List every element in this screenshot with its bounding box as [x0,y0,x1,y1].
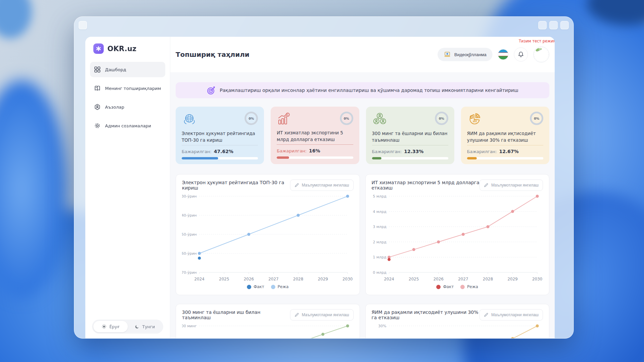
desktop-background: OKR.uz Дашборд [0,0,644,362]
chart-row-top: Электрон ҳукумат рейтингида ТОП-30 га ки… [176,174,549,295]
kpi-card-youth-employment[interactable]: 0% 300 минг та ёшларни иш билан таъминла… [366,107,454,164]
completed-value: 12.67% [499,149,519,154]
header-controls: Видеоқўлланма [438,46,549,63]
window-close-button[interactable] [560,21,569,29]
svg-text:2028: 2028 [293,277,303,281]
bell-icon [518,51,524,58]
progress-fill [182,157,218,159]
svg-text:2027: 2027 [458,277,468,281]
theme-dark-label: Тунги [142,324,155,329]
pencil-icon [484,183,488,188]
kpi-title: ИТ хизматлар экспортини 5 млрд долларга … [277,130,353,143]
svg-text:50-ўрин: 50-ўрин [182,232,197,237]
app-logo-text: OKR.uz [107,45,136,53]
svg-text:70-ўрин: 70-ўрин [182,270,197,275]
uzbekistan-flag-icon[interactable] [498,49,509,60]
kpi-progress-ring: 0% [340,112,353,125]
svg-text:300 минг: 300 минг [182,324,197,328]
update-data-button[interactable]: Маълумотларни янгилаш [479,309,543,321]
progress-track [277,156,353,159]
chart-card-digital-economy: ЯИМ да рақамли иқтисодиёт улушини 30% га… [365,304,550,338]
svg-text:$: $ [471,116,472,119]
chart-card-youth-employment: 300 минг та ёшларни иш билан таъминлаш М… [176,304,360,338]
sidebar-item-admin-settings[interactable]: Админ созламалари [90,118,165,133]
legend-dot [271,285,275,289]
sidebar-item-dashboard[interactable]: Дашборд [90,62,165,77]
completed-label: Бажарилган: [182,149,211,154]
svg-text:4 млрд: 4 млрд [373,210,386,214]
completed-label: Бажарилган: [277,148,306,153]
theme-toggle: Ёруғ Тунги [92,320,163,334]
window-maximize-button[interactable] [549,21,558,29]
notifications-button[interactable] [514,47,528,62]
background-shape [0,0,32,38]
svg-text:2030: 2030 [343,277,353,281]
divider [182,145,258,145]
progress-fill [467,157,477,159]
sidebar-item-label: Менинг топшириқларим [105,86,161,91]
dashboard-content: Рақамлаштириш орқали инсонлар ҳаётини ен… [170,72,555,338]
dart-target-icon [207,86,216,95]
window-menu-button[interactable] [79,21,87,29]
it-export-chart: 5 млрд4 млрд3 млрд2 млрд1 млрд0 млрд2024… [372,193,543,284]
legend-dot [460,285,465,289]
youth-employment-chart: 300 минг2024202520262027202820292030 [182,323,353,338]
svg-text:5 млрд: 5 млрд [373,194,386,199]
sidebar-item-members[interactable]: Аъзолар [90,99,165,115]
svg-text:2025: 2025 [408,277,419,281]
chart-title: ИТ хизматлар экспортини 5 млрд долларга … [372,180,480,191]
moon-icon [134,324,140,329]
divider [277,144,353,145]
legend-dot [247,285,251,289]
chart-title: ЯИМ да рақамли иқтисодиёт улушини 30% га… [372,310,480,320]
app-logo[interactable]: OKR.uz [90,43,165,54]
laptop-video-icon [444,51,451,57]
svg-text:2024: 2024 [384,277,394,281]
mission-text: Рақамлаштириш орқали инсонлар ҳаётини ен… [220,88,518,93]
system-test-mode-banner: Тизим тест режими [519,39,555,43]
window-controls [538,21,569,29]
gear-icon [94,122,101,129]
kpi-title: 300 минг та ёшларни иш билан таъминлаш [372,130,448,143]
kpi-progress-ring: 0% [435,112,448,125]
pencil-icon [294,183,299,188]
update-data-button[interactable]: Маълумотларни янгилаш [290,309,354,321]
theme-dark-option[interactable]: Тунги [128,321,162,332]
svg-text:2027: 2027 [268,277,279,281]
people-group-icon [372,112,387,127]
svg-text:3 млрд: 3 млрд [373,225,386,229]
legend-item: Режа [271,284,289,289]
theme-light-option[interactable]: Ёруғ [93,321,128,332]
legend-item: Факт [436,284,454,289]
kpi-progress-ring: 0% [530,112,543,125]
svg-text:2 млрд: 2 млрд [373,240,386,244]
kpi-cards-row: 0% Электрон ҳукумат рейтингида ТОП-30 га… [176,107,549,164]
kpi-card-egov-rating[interactable]: 0% Электрон ҳукумат рейтингида ТОП-30 га… [176,107,264,164]
book-icon [94,85,101,92]
sidebar-item-my-tasks[interactable]: Менинг топшириқларим [90,81,165,96]
progress-track [372,157,448,159]
legend-item: Режа [460,284,478,289]
main-header: Топшириқ таҳлили Видеоқўлланма [170,37,555,72]
svg-text:30-ўрин: 30-ўрин [182,194,197,199]
chart-legend: ФактРежа [372,284,543,289]
egov-rating-chart: 30-ўрин40-ўрин50-ўрин60-ўрин70-ўрин20242… [182,193,353,284]
svg-text:2029: 2029 [318,277,328,281]
user-avatar[interactable] [533,46,549,63]
update-data-button[interactable]: Маълумотларни янгилаш [290,179,354,191]
progress-fill [277,156,289,159]
pencil-icon [294,313,299,317]
kpi-card-digital-economy[interactable]: $ $ 0% ЯИМ да рақамли иқтисодиёт улушини… [461,107,549,164]
progress-track [182,157,258,159]
legend-item: Факт [247,284,264,289]
kpi-progress-ring: 0% [245,112,258,125]
kpi-card-it-export[interactable]: $ 0% ИТ хизматлар экспортини 5 млрд долл… [271,107,359,164]
video-guide-label: Видеоқўлланма [454,52,486,57]
theme-light-label: Ёруғ [109,324,120,329]
window-minimize-button[interactable] [538,21,547,29]
video-guide-button[interactable]: Видеоқўлланма [438,48,492,61]
completed-value: 47.62% [214,149,233,154]
asterisk-logo-icon [93,43,104,54]
update-data-button[interactable]: Маълумотларни янгилаш [479,179,543,191]
svg-text:1 млрд: 1 млрд [373,255,386,259]
